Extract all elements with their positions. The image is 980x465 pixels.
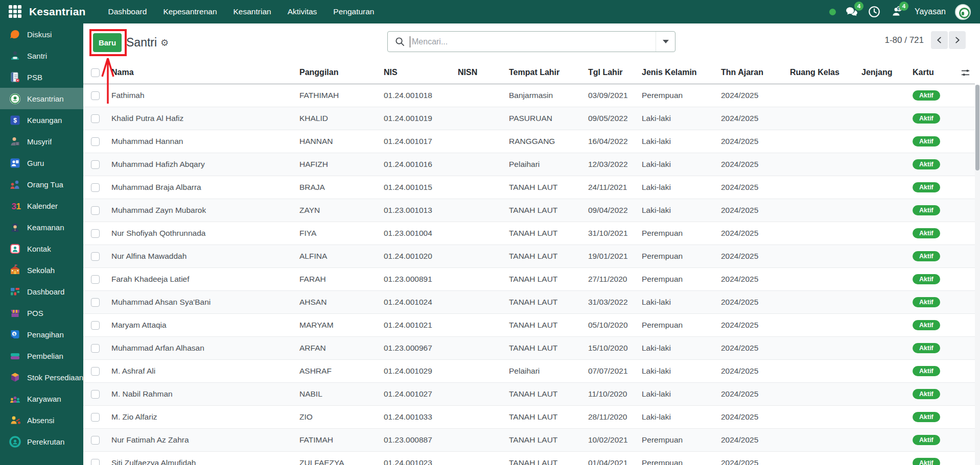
sidebar-item-orang-tua[interactable]: Orang Tua	[0, 174, 83, 195]
page-title-text: Santri	[126, 36, 157, 50]
cell-jenis-kelamin: Laki-laki	[638, 366, 717, 376]
row-checkbox[interactable]	[91, 229, 100, 238]
table-row[interactable]: Khalid Putra Al HafizKHALID01.24.001019P…	[83, 107, 975, 130]
table-row[interactable]: Siti Zulfaezya AlmufidahZULFAEZYA01.24.0…	[83, 452, 975, 465]
cell-jenis-kelamin: Perempuan	[638, 435, 717, 445]
column-header-nama[interactable]: Nama	[107, 68, 295, 77]
scrollbar-thumb[interactable]	[975, 85, 979, 170]
table-row[interactable]: Muhammad Hafizh AbqaryHAFIZH01.24.001016…	[83, 153, 975, 176]
sidebar-item-perekrutan[interactable]: Perekrutan	[0, 431, 83, 452]
sidebar-item-penagihan[interactable]: $Penagihan	[0, 324, 83, 345]
row-checkbox[interactable]	[91, 160, 100, 169]
table-row[interactable]: Muhammad HannanHANNAN01.24.001017RANGGAN…	[83, 130, 975, 153]
row-checkbox[interactable]	[91, 137, 100, 146]
column-header-nisn[interactable]: NISN	[454, 68, 505, 77]
filter-dropdown-toggle[interactable]	[656, 32, 675, 52]
nav-item-aktivitas[interactable]: Aktivitas	[282, 1, 323, 23]
nav-item-dashboard[interactable]: Dashboard	[102, 1, 153, 23]
column-header-kartu[interactable]: Kartu	[908, 68, 955, 77]
column-header-tgl-lahir[interactable]: Tgl Lahir	[584, 68, 638, 77]
row-checkbox[interactable]	[91, 183, 100, 192]
row-checkbox[interactable]	[91, 413, 100, 422]
sidebar-item-keamanan[interactable]: Keamanan	[0, 216, 83, 238]
table-row[interactable]: Nur Alfina MawaddahALFINA01.24.001020TAN…	[83, 245, 975, 268]
view-settings-gear-icon[interactable]: ⚙	[160, 38, 169, 47]
row-checkbox[interactable]	[91, 206, 100, 215]
row-checkbox[interactable]	[91, 298, 100, 307]
column-header-jenis-kelamin[interactable]: Jenis Kelamin	[638, 68, 717, 77]
table-row[interactable]: Nur Shofiyah QothrunnadaFIYA01.23.001004…	[83, 222, 975, 245]
search-input[interactable]	[410, 37, 656, 46]
table-row[interactable]: M. Zio AlfarizZIO01.24.001033TANAH LAUT2…	[83, 406, 975, 429]
cell-thn-ajaran: 2024/2025	[717, 321, 786, 330]
sidebar-item-absensi[interactable]: Absensi	[0, 409, 83, 431]
sidebar-item-santri[interactable]: Santri	[0, 45, 83, 66]
user-name[interactable]: Yayasan	[915, 7, 946, 16]
table-row[interactable]: Maryam AttaqiaMARYAM01.24.001021TANAH LA…	[83, 314, 975, 337]
cell-tgl-lahir: 15/10/2020	[584, 344, 638, 353]
pager-prev-button[interactable]	[931, 31, 948, 49]
row-checkbox[interactable]	[91, 436, 100, 445]
payments-icon[interactable]: $ 4	[890, 5, 903, 18]
sidebar-item-kontak[interactable]: Kontak	[0, 238, 83, 259]
vertical-scrollbar[interactable]	[975, 85, 980, 465]
row-checkbox[interactable]	[91, 367, 100, 376]
table-row[interactable]: M. Nabil RahmanNABIL01.24.001027TANAH LA…	[83, 383, 975, 406]
sidebar-item-psb[interactable]: PSB	[0, 66, 83, 88]
nav-item-pengaturan[interactable]: Pengaturan	[327, 1, 380, 23]
table-row[interactable]: Muhammad Braja AlbarraBRAJA01.24.001015T…	[83, 176, 975, 199]
sidebar-item-pos[interactable]: POS	[0, 302, 83, 324]
table-row[interactable]: Muhammad Ahsan Sya'BaniAHSAN01.24.001024…	[83, 291, 975, 314]
sidebar-item-diskusi[interactable]: Diskusi	[0, 23, 83, 45]
table-row[interactable]: FathimahFATHIMAH01.24.001018Banjarmasin0…	[83, 84, 975, 107]
sidebar-item-dashboard[interactable]: Dashboard	[0, 281, 83, 302]
column-header-ruang-kelas[interactable]: Ruang Kelas	[786, 68, 857, 77]
cell-thn-ajaran: 2024/2025	[717, 183, 786, 192]
table-row[interactable]: M. Ashraf AliASHRAF01.24.001029Pelaihari…	[83, 360, 975, 383]
column-header-jenjang[interactable]: Jenjang	[857, 68, 908, 77]
column-header-nis[interactable]: NIS	[380, 68, 454, 77]
row-checkbox[interactable]	[91, 91, 100, 100]
row-checkbox[interactable]	[91, 275, 100, 284]
table-row[interactable]: Farah Khadeeja LatiefFARAH01.23.000891TA…	[83, 268, 975, 291]
sidebar-item-karyawan[interactable]: Karyawan	[0, 388, 83, 409]
row-checkbox[interactable]	[91, 344, 100, 353]
pager-next-button[interactable]	[949, 31, 966, 49]
nav-item-kepesantrenan[interactable]: Kepesantrenan	[157, 1, 223, 23]
payments-count-badge: 4	[899, 2, 908, 11]
app-brand[interactable]: Kesantrian	[29, 6, 86, 18]
cell-jenis-kelamin: Laki-laki	[638, 183, 717, 192]
cell-tempat-lahir: TANAH LAUT	[505, 389, 584, 399]
sidebar-item-kalender[interactable]: 31Kalender	[0, 195, 83, 216]
row-checkbox[interactable]	[91, 252, 100, 261]
sidebar-item-pembelian[interactable]: Pembelian	[0, 345, 83, 366]
messages-icon[interactable]: 4	[845, 5, 858, 18]
pager-range: 1-80 / 721	[884, 35, 924, 45]
sidebar-item-keuangan[interactable]: $Keuangan	[0, 109, 83, 131]
sidebar-item-stok-persediaan[interactable]: Stok Persediaan	[0, 366, 83, 388]
user-avatar[interactable]	[955, 4, 971, 20]
table-row[interactable]: Nur Fatimah Az ZahraFATIMAH01.23.000887T…	[83, 429, 975, 452]
optional-columns-icon[interactable]	[955, 68, 975, 78]
table-row[interactable]: Muhammad Zayn MubarokZAYN01.23.001013TAN…	[83, 199, 975, 222]
column-header-panggilan[interactable]: Panggilan	[295, 68, 380, 77]
table-row[interactable]: Muhammad Arfan AlhasanARFAN01.23.000967T…	[83, 337, 975, 360]
column-header-thn-ajaran[interactable]: Thn Ajaran	[717, 68, 786, 77]
activities-clock-icon[interactable]	[868, 5, 881, 18]
row-checkbox[interactable]	[91, 459, 100, 465]
row-checkbox[interactable]	[91, 390, 100, 399]
sidebar-item-musyrif[interactable]: Musyrif	[0, 131, 83, 152]
row-checkbox[interactable]	[91, 114, 100, 123]
nav-item-kesantrian[interactable]: Kesantrian	[227, 1, 277, 23]
new-record-button[interactable]: Baru	[93, 33, 122, 52]
sidebar-item-kesantrian[interactable]: Kesantrian	[0, 88, 83, 109]
cell-nis: 01.23.000887	[380, 435, 454, 445]
apps-grid-icon[interactable]	[9, 5, 22, 18]
sidebar-item-sekolah[interactable]: Sekolah	[0, 259, 83, 281]
column-header-tempat-lahir[interactable]: Tempat Lahir	[505, 68, 584, 77]
cell-panggilan: BRAJA	[295, 183, 380, 192]
row-checkbox[interactable]	[91, 321, 100, 330]
sidebar-item-guru[interactable]: Guru	[0, 152, 83, 174]
select-all-checkbox[interactable]	[91, 68, 100, 77]
guru-icon	[9, 157, 21, 169]
